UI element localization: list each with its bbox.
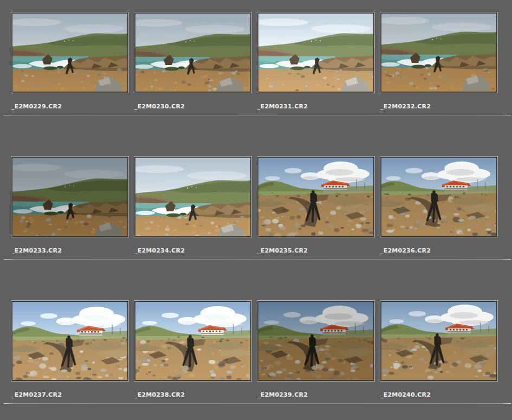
- filename-label: _E2M0232.CR2: [380, 103, 498, 110]
- thumbnail-row-cells: _E2M0233.CR2 _E2M0234.CR2 _E2M0235.CR2 _…: [11, 156, 512, 254]
- photo-thumbnail[interactable]: _E2M0239.CR2: [257, 300, 375, 398]
- photo-frame[interactable]: [257, 12, 375, 93]
- thumbnail-row: _E2M0237.CR2 _E2M0238.CR2 _E2M0239.CR2 _…: [0, 300, 512, 415]
- photo-thumbnail[interactable]: _E2M0230.CR2: [134, 12, 252, 110]
- filename-label: _E2M0229.CR2: [11, 103, 129, 110]
- photo-image: [12, 158, 127, 236]
- photo-image: [258, 158, 373, 236]
- photo-frame[interactable]: [380, 156, 498, 237]
- thumbnail-grid: _E2M0229.CR2 _E2M0230.CR2 _E2M0231.CR2 _…: [0, 0, 512, 420]
- photo-thumbnail[interactable]: _E2M0231.CR2: [257, 12, 375, 110]
- photo-image: [381, 14, 496, 92]
- photo-thumbnail[interactable]: _E2M0240.CR2: [380, 300, 498, 398]
- photo-image: [135, 302, 250, 380]
- photo-thumbnail[interactable]: _E2M0233.CR2: [11, 156, 129, 254]
- photo-thumbnail[interactable]: _E2M0236.CR2: [380, 156, 498, 254]
- photo-thumbnail[interactable]: _E2M0232.CR2: [380, 12, 498, 110]
- photo-frame[interactable]: [134, 156, 252, 237]
- photo-image: [135, 158, 250, 236]
- photo-thumbnail[interactable]: _E2M0235.CR2: [257, 156, 375, 254]
- photo-thumbnail[interactable]: _E2M0237.CR2: [11, 300, 129, 398]
- photo-thumbnail[interactable]: _E2M0234.CR2: [134, 156, 252, 254]
- photo-frame[interactable]: [11, 300, 129, 382]
- photo-frame[interactable]: [11, 156, 129, 237]
- thumbnail-row-cells: _E2M0237.CR2 _E2M0238.CR2 _E2M0239.CR2 _…: [11, 300, 512, 398]
- photo-image: [12, 302, 127, 380]
- photo-thumbnail[interactable]: _E2M0229.CR2: [11, 12, 129, 110]
- filename-label: _E2M0233.CR2: [11, 247, 129, 254]
- filename-label: _E2M0235.CR2: [257, 247, 375, 254]
- photo-image: [381, 158, 496, 236]
- photo-frame[interactable]: [257, 156, 375, 237]
- filename-label: _E2M0238.CR2: [134, 391, 252, 398]
- row-divider: [4, 115, 511, 115]
- filename-label: _E2M0236.CR2: [380, 247, 498, 254]
- photo-frame[interactable]: [11, 12, 129, 93]
- photo-frame[interactable]: [380, 300, 498, 382]
- photo-image: [381, 302, 496, 380]
- photo-frame[interactable]: [134, 300, 252, 382]
- filename-label: _E2M0240.CR2: [380, 391, 498, 398]
- thumbnail-row: _E2M0229.CR2 _E2M0230.CR2 _E2M0231.CR2 _…: [0, 12, 512, 127]
- thumbnail-row-cells: _E2M0229.CR2 _E2M0230.CR2 _E2M0231.CR2 _…: [11, 12, 512, 110]
- photo-frame[interactable]: [257, 300, 375, 382]
- photo-image: [258, 302, 373, 380]
- photo-thumbnail[interactable]: _E2M0238.CR2: [134, 300, 252, 398]
- photo-image: [258, 14, 373, 92]
- filename-label: _E2M0231.CR2: [257, 103, 375, 110]
- filename-label: _E2M0239.CR2: [257, 391, 375, 398]
- filename-label: _E2M0234.CR2: [134, 247, 252, 254]
- row-divider: [4, 403, 511, 404]
- filename-label: _E2M0230.CR2: [134, 103, 252, 110]
- thumbnail-row: _E2M0233.CR2 _E2M0234.CR2 _E2M0235.CR2 _…: [0, 156, 512, 271]
- photo-frame[interactable]: [380, 12, 498, 93]
- filename-label: _E2M0237.CR2: [11, 391, 129, 398]
- row-divider: [4, 259, 511, 260]
- photo-image: [12, 14, 127, 92]
- photo-frame[interactable]: [134, 12, 252, 93]
- photo-image: [135, 14, 250, 92]
